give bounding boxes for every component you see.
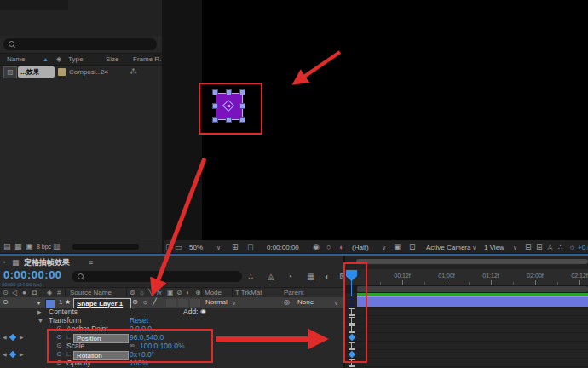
draft-3d-icon[interactable]: ◬ (268, 273, 274, 281)
timeline-search-input[interactable] (72, 271, 242, 282)
layer-label-swatch[interactable] (45, 299, 55, 308)
layer-name-box[interactable]: Shape Layer 1 (73, 298, 131, 308)
fast-preview-icon[interactable]: ▣ (394, 244, 401, 251)
sitemap-icon[interactable]: ⁂ (130, 68, 137, 76)
annotation-box-playhead (343, 262, 367, 363)
new-folder-icon[interactable]: ▦ (14, 243, 22, 250)
flowchart-button-icon[interactable]: ∴ (558, 244, 563, 251)
prop-row-contents[interactable]: ▶ Contents Add: ◉ (0, 308, 345, 316)
roi-icon[interactable]: ◻ (247, 244, 253, 251)
keyframe-nav-left-icon[interactable]: ◀ (3, 352, 7, 357)
current-time[interactable]: 0:00:00:00 (3, 269, 62, 280)
mini-flowchart-icon[interactable]: ∴ (248, 273, 253, 281)
mode-dropdown-icon[interactable]: ∨ (232, 300, 236, 306)
exposure-value[interactable]: +0.0 (578, 244, 588, 251)
layer-switch-cell[interactable] (190, 299, 200, 307)
layer-eye-icon[interactable]: ⊙ (3, 299, 9, 306)
layer-disclosure-icon[interactable]: ▼ (36, 300, 42, 306)
always-preview-icon[interactable]: ▢ (165, 244, 173, 251)
motion-blur-icon[interactable]: ◐ (325, 273, 330, 281)
keyframe-nav-left-icon[interactable]: ◀ (3, 335, 7, 340)
contents-disclosure-icon[interactable]: ▶ (37, 309, 42, 315)
trash-icon[interactable]: ▥ (53, 243, 61, 250)
source-name-column[interactable]: Source Name (70, 290, 112, 296)
ruler-label: 02:12f (571, 273, 587, 279)
add-icon[interactable]: ◉ (200, 308, 206, 315)
timeline-tab-title[interactable]: 定格抽帧效果 (24, 259, 70, 267)
comp-timecode[interactable]: 0:00:00:00 (267, 244, 299, 251)
channels-icon[interactable]: ◐ (339, 244, 343, 251)
frame-blend-icon[interactable]: ▦ (307, 273, 314, 281)
monitor-icon[interactable]: ▭ (175, 244, 182, 251)
ruler-tick-minor (513, 282, 514, 285)
reset-link[interactable]: Reset (130, 317, 148, 325)
adjustment-column-icon: ▣ (167, 290, 174, 296)
pixel-aspect-icon[interactable]: ⊞ (536, 244, 543, 251)
blend-mode-select[interactable]: Normal (205, 299, 228, 306)
parent-column[interactable]: Parent (284, 290, 304, 296)
layer-effects-icon[interactable]: ☼ (142, 299, 148, 306)
ruler-tick (402, 280, 403, 285)
parent-pickwhip-icon[interactable]: ◎ (284, 299, 290, 306)
item-color-chip[interactable] (58, 68, 66, 76)
sort-asc-icon[interactable]: ▲ (43, 56, 49, 62)
view-dropdown-icon[interactable]: ∨ (513, 244, 517, 250)
parent-dropdown-icon[interactable]: ∨ (334, 300, 338, 306)
tag-icon[interactable]: ◈ (56, 56, 61, 63)
graph-hscrollbar[interactable] (356, 259, 588, 264)
item-name-box[interactable]: ...效果 (18, 66, 55, 78)
resolution-select[interactable]: (Half) (352, 244, 369, 251)
camera-select[interactable]: Active Camera (426, 244, 470, 251)
timeline-button-icon[interactable]: ◬ (547, 244, 553, 251)
transform-disclosure-icon[interactable]: ▼ (37, 318, 43, 324)
shy-icon[interactable]: ◔ (287, 273, 292, 281)
grid-guides-icon[interactable]: ⊞ (232, 244, 239, 251)
ruler-tick-minor (557, 282, 558, 285)
resolution-dropdown-icon[interactable]: ∨ (382, 244, 386, 250)
work-area-bar[interactable] (357, 286, 588, 292)
layer-quality-slash-icon[interactable]: ╱ (153, 299, 157, 306)
column-name[interactable]: Name (7, 56, 25, 63)
column-frame-rate[interactable]: Frame R.. (133, 56, 164, 63)
view-layout-select[interactable]: 1 View (484, 244, 504, 251)
trkmat-column[interactable]: T TrkMat (235, 290, 262, 296)
prop-row-transform[interactable]: ▼ Transform Reset (0, 316, 345, 325)
panel-menu-icon[interactable]: ≡ (89, 259, 93, 267)
keyframe-nav-diamond[interactable] (9, 333, 16, 340)
camera-dropdown-icon[interactable]: ∨ (472, 244, 476, 250)
prop-name[interactable]: Contents (49, 308, 78, 316)
audio-column-icon: ◁ (12, 290, 17, 296)
mode-column[interactable]: Mode (205, 290, 222, 296)
layer-row[interactable]: ⊙ ▼ 1 ★ Shape Layer 1 ⊚ ☼ ╱ Normal ∨ ◎ N… (0, 297, 345, 308)
transparency-grid-icon[interactable]: ⊡ (409, 244, 416, 251)
column-size[interactable]: Size (106, 56, 119, 63)
snapshot-icon[interactable]: ◉ (313, 244, 320, 251)
timeline-graph-area: 00:12f 01:00f 01:12f 02:00f 02:12f (345, 256, 588, 368)
project-hscrollbar[interactable] (72, 244, 139, 250)
show-snapshot-icon[interactable]: ○ (326, 244, 331, 251)
item-type: Composi... (69, 69, 101, 76)
layer-switch-cell[interactable] (178, 299, 188, 307)
keyframe-nav-right-icon[interactable]: ▶ (20, 335, 24, 340)
view-options-icon[interactable]: ⊟ (525, 244, 532, 251)
project-panel: Name ▲ ◈ Type Size Frame R.. ▨ ...效果 Com… (0, 0, 162, 254)
zoom-level[interactable]: 50% (189, 244, 203, 251)
zoom-dropdown-icon[interactable]: ∨ (216, 244, 221, 250)
layer-switch-cell[interactable] (166, 299, 176, 307)
project-item-row[interactable]: ▨ ...效果 Composi... 24 ⁂ (0, 65, 162, 80)
render-progress-bar (357, 293, 588, 296)
prop-name[interactable]: Transform (49, 317, 81, 325)
tab-dot-icon: ▪ (3, 259, 6, 266)
time-ruler[interactable]: 00:12f 01:00f 01:12f 02:00f 02:12f (345, 269, 588, 286)
shape-layer-icon: ★ (65, 299, 71, 306)
new-comp-icon[interactable]: ▣ (26, 243, 33, 250)
layer-quality-icon[interactable]: ⊚ (132, 299, 138, 306)
project-bit-depth[interactable]: 8 bpc (37, 244, 51, 250)
keyframe-nav-diamond[interactable] (9, 350, 16, 357)
project-search-input[interactable] (3, 38, 157, 50)
parent-select[interactable]: None (297, 299, 314, 306)
keyframe-nav-right-icon[interactable]: ▶ (20, 352, 24, 357)
exposure-icon[interactable]: ☼ (568, 244, 575, 251)
interpret-footage-icon[interactable]: ▤ (3, 243, 11, 250)
column-type[interactable]: Type (68, 56, 83, 63)
